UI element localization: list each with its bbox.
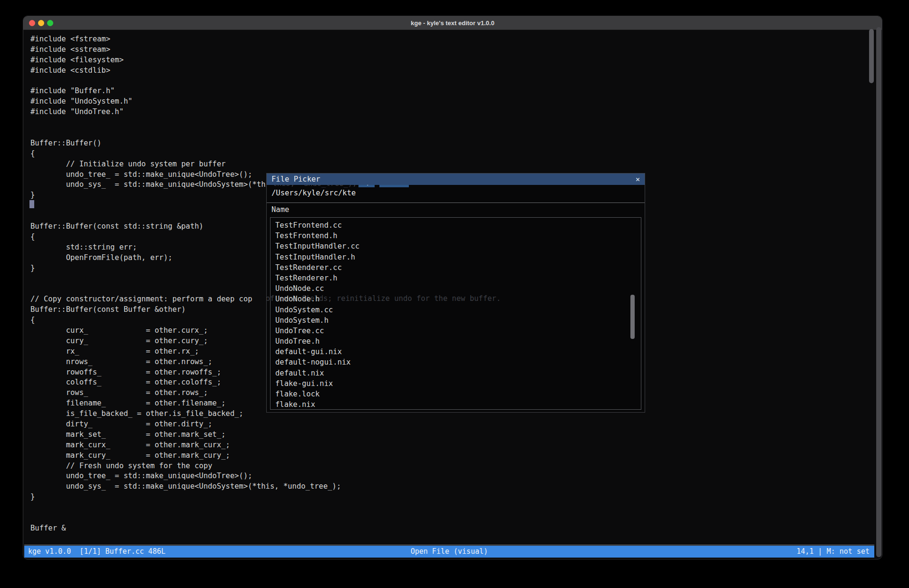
code-line: undo_tree_ = std::make_unique<UndoTree>(…	[30, 471, 341, 482]
code-line	[30, 128, 341, 138]
code-line: #include "UndoSystem.h"	[30, 96, 341, 107]
editor-scrollbar-thumb[interactable]	[869, 29, 874, 83]
file-item[interactable]: UndoNode.h	[271, 294, 641, 304]
file-item[interactable]: TestRenderer.cc	[271, 262, 641, 273]
dialog-close-icon[interactable]: ✕	[636, 174, 640, 185]
window-title: kge - kyle's text editor v1.0.0	[23, 16, 882, 30]
code-line: dirty_ = other.dirty_;	[30, 419, 341, 430]
code-line: mark_set_ = other.mark_set_;	[30, 430, 341, 440]
file-picker-title: File Picker	[271, 174, 320, 185]
file-item[interactable]: flake.lock	[271, 389, 641, 399]
file-item[interactable]: UndoTree.cc	[271, 326, 641, 336]
code-line: // Fresh undo system for the copy	[30, 461, 341, 472]
file-item[interactable]: UndoNode.cc	[271, 283, 641, 294]
file-list[interactable]: TestFrontend.ccTestFrontend.hTestInputHa…	[270, 217, 641, 410]
file-item[interactable]: TestInputHandler.cc	[271, 241, 641, 251]
code-line: mark_curx_ = other.mark_curx_;	[30, 440, 341, 451]
code-line	[30, 513, 341, 523]
file-item[interactable]: TestFrontend.h	[271, 231, 641, 241]
code-line	[30, 117, 341, 128]
text-cursor	[29, 200, 34, 208]
file-item[interactable]: TestRenderer.h	[271, 273, 641, 283]
file-picker-path-row: /Users/kyle/src/kte	[267, 185, 645, 201]
code-line: #include <cstdlib>	[30, 66, 341, 76]
code-line: #include "Buffer.h"	[30, 86, 341, 96]
statusbar-divider	[24, 545, 874, 545]
code-line: // Initialize undo system per buffer	[30, 159, 341, 170]
file-item[interactable]: UndoSystem.h	[271, 315, 641, 326]
file-picker-dialog: *this, *undo_tree_); y of core fields; r…	[266, 173, 645, 413]
file-item[interactable]: UndoSystem.cc	[271, 305, 641, 315]
code-line: #include <fstream>	[30, 34, 341, 45]
code-line	[30, 502, 341, 513]
code-line: Buffer::Buffer()	[30, 138, 341, 149]
name-column-header: Name	[271, 203, 289, 216]
code-line: #include <sstream>	[30, 45, 341, 55]
file-item[interactable]: UndoTree.h	[271, 336, 641, 347]
current-path-label: /Users/kyle/src/kte	[271, 185, 356, 201]
code-line	[30, 76, 341, 87]
path-divider	[267, 202, 645, 203]
file-item[interactable]: default-gui.nix	[271, 347, 641, 357]
editor-scrollbar-track[interactable]	[876, 27, 881, 557]
code-line: #include "UndoTree.h"	[30, 107, 341, 117]
desktop: kge - kyle's text editor v1.0.0 #include…	[0, 0, 909, 588]
file-item[interactable]: TestInputHandler.h	[271, 252, 641, 262]
code-line: undo_sys_ = std::make_unique<UndoSystem>…	[30, 482, 341, 492]
code-line: {	[30, 149, 341, 159]
code-line: mark_cury_ = other.mark_cury_;	[30, 451, 341, 461]
window-titlebar: kge - kyle's text editor v1.0.0	[23, 16, 882, 30]
file-item[interactable]: default.nix	[271, 368, 641, 378]
file-item[interactable]: default-nogui.nix	[271, 357, 641, 367]
file-item[interactable]: TestFrontend.cc	[271, 220, 641, 231]
code-line: }	[30, 492, 341, 502]
file-item[interactable]: flake-gui.nix	[271, 378, 641, 389]
file-picker-titlebar: File Picker ✕	[267, 174, 645, 185]
code-line: Buffer &	[30, 523, 341, 534]
code-line: #include <filesystem>	[30, 55, 341, 66]
status-bar: kge v1.0.0 [1/1] Buffer.cc 486L Open Fil…	[24, 546, 874, 558]
file-list-scrollbar-thumb[interactable]	[630, 295, 635, 339]
status-cursor-mark: 14,1 | M: not set	[796, 546, 870, 558]
file-item[interactable]: flake.nix	[271, 399, 641, 410]
status-mode: Open File (visual)	[24, 546, 874, 558]
